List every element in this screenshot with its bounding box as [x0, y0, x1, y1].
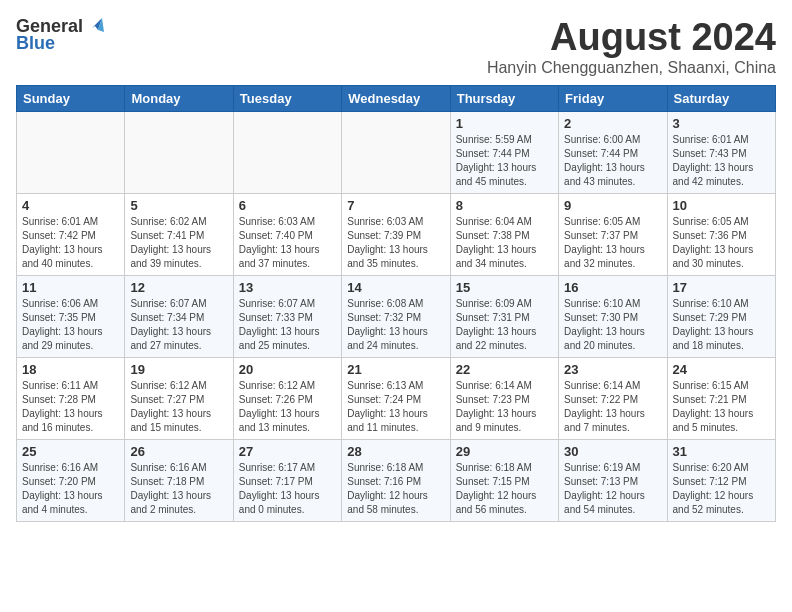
- day-info: Sunrise: 6:17 AM Sunset: 7:17 PM Dayligh…: [239, 461, 336, 517]
- calendar-cell: 29Sunrise: 6:18 AM Sunset: 7:15 PM Dayli…: [450, 440, 558, 522]
- calendar-cell: 2Sunrise: 6:00 AM Sunset: 7:44 PM Daylig…: [559, 112, 667, 194]
- month-year-title: August 2024: [487, 16, 776, 59]
- day-info: Sunrise: 6:14 AM Sunset: 7:23 PM Dayligh…: [456, 379, 553, 435]
- calendar-cell: 27Sunrise: 6:17 AM Sunset: 7:17 PM Dayli…: [233, 440, 341, 522]
- day-number: 7: [347, 198, 444, 213]
- calendar-cell: 3Sunrise: 6:01 AM Sunset: 7:43 PM Daylig…: [667, 112, 775, 194]
- day-number: 17: [673, 280, 770, 295]
- day-header-tuesday: Tuesday: [233, 86, 341, 112]
- calendar-cell: 1Sunrise: 5:59 AM Sunset: 7:44 PM Daylig…: [450, 112, 558, 194]
- day-number: 29: [456, 444, 553, 459]
- day-number: 30: [564, 444, 661, 459]
- calendar-cell: 5Sunrise: 6:02 AM Sunset: 7:41 PM Daylig…: [125, 194, 233, 276]
- calendar-cell: [125, 112, 233, 194]
- calendar-cell: 11Sunrise: 6:06 AM Sunset: 7:35 PM Dayli…: [17, 276, 125, 358]
- day-number: 23: [564, 362, 661, 377]
- day-info: Sunrise: 6:01 AM Sunset: 7:42 PM Dayligh…: [22, 215, 119, 271]
- calendar-cell: 12Sunrise: 6:07 AM Sunset: 7:34 PM Dayli…: [125, 276, 233, 358]
- calendar-cell: 4Sunrise: 6:01 AM Sunset: 7:42 PM Daylig…: [17, 194, 125, 276]
- calendar-cell: 6Sunrise: 6:03 AM Sunset: 7:40 PM Daylig…: [233, 194, 341, 276]
- calendar-cell: 19Sunrise: 6:12 AM Sunset: 7:27 PM Dayli…: [125, 358, 233, 440]
- day-number: 13: [239, 280, 336, 295]
- calendar-cell: 13Sunrise: 6:07 AM Sunset: 7:33 PM Dayli…: [233, 276, 341, 358]
- day-number: 12: [130, 280, 227, 295]
- day-number: 1: [456, 116, 553, 131]
- day-info: Sunrise: 6:14 AM Sunset: 7:22 PM Dayligh…: [564, 379, 661, 435]
- calendar-cell: 24Sunrise: 6:15 AM Sunset: 7:21 PM Dayli…: [667, 358, 775, 440]
- calendar-cell: 14Sunrise: 6:08 AM Sunset: 7:32 PM Dayli…: [342, 276, 450, 358]
- day-header-saturday: Saturday: [667, 86, 775, 112]
- day-number: 15: [456, 280, 553, 295]
- day-info: Sunrise: 6:02 AM Sunset: 7:41 PM Dayligh…: [130, 215, 227, 271]
- day-number: 16: [564, 280, 661, 295]
- day-number: 3: [673, 116, 770, 131]
- day-info: Sunrise: 6:10 AM Sunset: 7:30 PM Dayligh…: [564, 297, 661, 353]
- logo-text-blue: Blue: [16, 33, 55, 54]
- header: General Blue August 2024 Hanyin Chenggua…: [16, 16, 776, 77]
- day-info: Sunrise: 6:15 AM Sunset: 7:21 PM Dayligh…: [673, 379, 770, 435]
- calendar-week-row: 4Sunrise: 6:01 AM Sunset: 7:42 PM Daylig…: [17, 194, 776, 276]
- day-info: Sunrise: 6:05 AM Sunset: 7:36 PM Dayligh…: [673, 215, 770, 271]
- day-number: 22: [456, 362, 553, 377]
- calendar-cell: [342, 112, 450, 194]
- calendar-cell: 31Sunrise: 6:20 AM Sunset: 7:12 PM Dayli…: [667, 440, 775, 522]
- day-info: Sunrise: 6:20 AM Sunset: 7:12 PM Dayligh…: [673, 461, 770, 517]
- day-number: 20: [239, 362, 336, 377]
- day-number: 25: [22, 444, 119, 459]
- day-info: Sunrise: 6:19 AM Sunset: 7:13 PM Dayligh…: [564, 461, 661, 517]
- day-number: 26: [130, 444, 227, 459]
- calendar-cell: 20Sunrise: 6:12 AM Sunset: 7:26 PM Dayli…: [233, 358, 341, 440]
- day-number: 2: [564, 116, 661, 131]
- day-header-monday: Monday: [125, 86, 233, 112]
- day-number: 14: [347, 280, 444, 295]
- day-info: Sunrise: 6:09 AM Sunset: 7:31 PM Dayligh…: [456, 297, 553, 353]
- calendar-cell: 25Sunrise: 6:16 AM Sunset: 7:20 PM Dayli…: [17, 440, 125, 522]
- day-info: Sunrise: 6:13 AM Sunset: 7:24 PM Dayligh…: [347, 379, 444, 435]
- day-info: Sunrise: 6:04 AM Sunset: 7:38 PM Dayligh…: [456, 215, 553, 271]
- day-info: Sunrise: 6:11 AM Sunset: 7:28 PM Dayligh…: [22, 379, 119, 435]
- calendar-cell: 10Sunrise: 6:05 AM Sunset: 7:36 PM Dayli…: [667, 194, 775, 276]
- day-info: Sunrise: 6:18 AM Sunset: 7:16 PM Dayligh…: [347, 461, 444, 517]
- calendar-header-row: SundayMondayTuesdayWednesdayThursdayFrid…: [17, 86, 776, 112]
- calendar-week-row: 1Sunrise: 5:59 AM Sunset: 7:44 PM Daylig…: [17, 112, 776, 194]
- day-info: Sunrise: 5:59 AM Sunset: 7:44 PM Dayligh…: [456, 133, 553, 189]
- day-header-wednesday: Wednesday: [342, 86, 450, 112]
- day-info: Sunrise: 6:05 AM Sunset: 7:37 PM Dayligh…: [564, 215, 661, 271]
- calendar-week-row: 11Sunrise: 6:06 AM Sunset: 7:35 PM Dayli…: [17, 276, 776, 358]
- location-subtitle: Hanyin Chengguanzhen, Shaanxi, China: [487, 59, 776, 77]
- day-info: Sunrise: 6:16 AM Sunset: 7:18 PM Dayligh…: [130, 461, 227, 517]
- calendar-cell: 23Sunrise: 6:14 AM Sunset: 7:22 PM Dayli…: [559, 358, 667, 440]
- calendar-cell: 7Sunrise: 6:03 AM Sunset: 7:39 PM Daylig…: [342, 194, 450, 276]
- calendar-table: SundayMondayTuesdayWednesdayThursdayFrid…: [16, 85, 776, 522]
- calendar-cell: 21Sunrise: 6:13 AM Sunset: 7:24 PM Dayli…: [342, 358, 450, 440]
- day-info: Sunrise: 6:01 AM Sunset: 7:43 PM Dayligh…: [673, 133, 770, 189]
- day-info: Sunrise: 6:03 AM Sunset: 7:40 PM Dayligh…: [239, 215, 336, 271]
- day-info: Sunrise: 6:03 AM Sunset: 7:39 PM Dayligh…: [347, 215, 444, 271]
- logo: General Blue: [16, 16, 106, 54]
- day-info: Sunrise: 6:00 AM Sunset: 7:44 PM Dayligh…: [564, 133, 661, 189]
- day-number: 27: [239, 444, 336, 459]
- calendar-cell: 22Sunrise: 6:14 AM Sunset: 7:23 PM Dayli…: [450, 358, 558, 440]
- calendar-cell: 26Sunrise: 6:16 AM Sunset: 7:18 PM Dayli…: [125, 440, 233, 522]
- day-info: Sunrise: 6:08 AM Sunset: 7:32 PM Dayligh…: [347, 297, 444, 353]
- calendar-cell: 28Sunrise: 6:18 AM Sunset: 7:16 PM Dayli…: [342, 440, 450, 522]
- day-number: 5: [130, 198, 227, 213]
- calendar-cell: [17, 112, 125, 194]
- day-info: Sunrise: 6:16 AM Sunset: 7:20 PM Dayligh…: [22, 461, 119, 517]
- calendar-cell: 8Sunrise: 6:04 AM Sunset: 7:38 PM Daylig…: [450, 194, 558, 276]
- day-number: 11: [22, 280, 119, 295]
- day-number: 8: [456, 198, 553, 213]
- calendar-cell: [233, 112, 341, 194]
- day-header-friday: Friday: [559, 86, 667, 112]
- day-info: Sunrise: 6:18 AM Sunset: 7:15 PM Dayligh…: [456, 461, 553, 517]
- day-number: 6: [239, 198, 336, 213]
- calendar-week-row: 25Sunrise: 6:16 AM Sunset: 7:20 PM Dayli…: [17, 440, 776, 522]
- day-header-thursday: Thursday: [450, 86, 558, 112]
- logo-bird-icon: [84, 14, 106, 36]
- calendar-cell: 16Sunrise: 6:10 AM Sunset: 7:30 PM Dayli…: [559, 276, 667, 358]
- day-info: Sunrise: 6:10 AM Sunset: 7:29 PM Dayligh…: [673, 297, 770, 353]
- day-number: 4: [22, 198, 119, 213]
- title-block: August 2024 Hanyin Chengguanzhen, Shaanx…: [487, 16, 776, 77]
- day-info: Sunrise: 6:07 AM Sunset: 7:33 PM Dayligh…: [239, 297, 336, 353]
- calendar-week-row: 18Sunrise: 6:11 AM Sunset: 7:28 PM Dayli…: [17, 358, 776, 440]
